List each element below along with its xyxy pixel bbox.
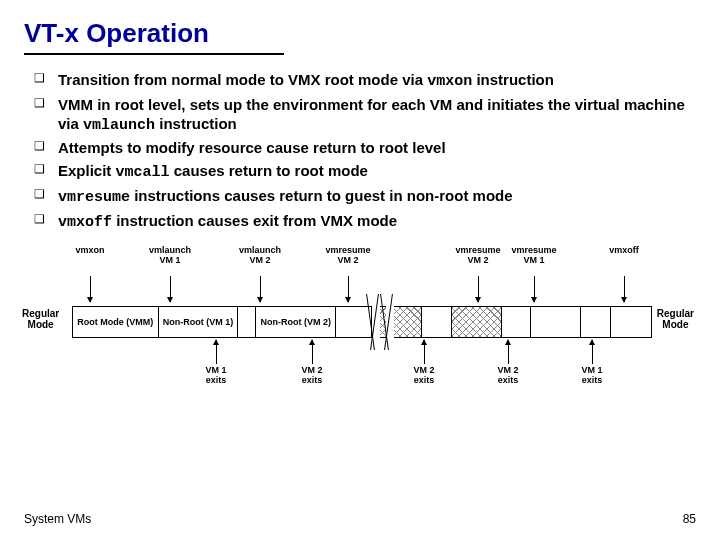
arrow-down-icon	[260, 276, 261, 302]
mode-segment	[336, 307, 372, 337]
arrow-up-icon	[592, 340, 593, 364]
arrow-down-icon	[348, 276, 349, 302]
left-mode-label: RegularMode	[22, 308, 59, 330]
bullet-item: vmresume instructions causes return to g…	[34, 187, 696, 208]
mode-segment	[581, 307, 611, 337]
arrow-up-icon	[424, 340, 425, 364]
transition-label: vmxoff	[600, 246, 648, 256]
transition-label: vmresumeVM 1	[510, 246, 558, 266]
bullet-list: Transition from normal mode to VMX root …	[34, 71, 696, 232]
exit-label: VM 2exits	[404, 366, 444, 386]
slide-title: VT-x Operation	[24, 18, 696, 49]
bullet-item: Explicit vmcall causes return to root mo…	[34, 162, 696, 183]
bullet-item: Attempts to modify resource cause return…	[34, 139, 696, 158]
mode-segment	[502, 307, 532, 337]
arrow-down-icon	[624, 276, 625, 302]
bullet-item: vmxoff instruction causes exit from VMX …	[34, 212, 696, 233]
exit-label: VM 1exits	[572, 366, 612, 386]
arrow-down-icon	[170, 276, 171, 302]
exit-label: VM 1exits	[196, 366, 236, 386]
title-underline	[24, 53, 284, 55]
arrow-down-icon	[478, 276, 479, 302]
arrow-down-icon	[534, 276, 535, 302]
arrow-down-icon	[90, 276, 91, 302]
bullet-item: Transition from normal mode to VMX root …	[34, 71, 696, 92]
exit-label: VM 2exits	[488, 366, 528, 386]
mode-segment	[611, 307, 651, 337]
transition-label: vmlaunchVM 1	[146, 246, 194, 266]
mode-segment: Non-Root (VM 2)	[256, 307, 336, 337]
transition-label: vmxon	[66, 246, 114, 256]
time-break-icon	[386, 294, 406, 350]
mode-segment	[422, 307, 452, 337]
footer-left: System VMs	[24, 512, 91, 526]
footer-right: 85	[683, 512, 696, 526]
transition-label: vmresumeVM 2	[324, 246, 372, 266]
transition-label: vmlaunchVM 2	[236, 246, 284, 266]
mode-segment	[238, 307, 256, 337]
right-mode-label: RegularMode	[657, 308, 694, 330]
bullet-item: VMM in root level, sets up the environme…	[34, 96, 696, 136]
arrow-up-icon	[216, 340, 217, 364]
exit-label: VM 2exits	[292, 366, 332, 386]
mode-segment	[531, 307, 581, 337]
mode-segment: Non-Root (VM 1)	[159, 307, 239, 337]
arrow-up-icon	[312, 340, 313, 364]
mode-segment	[452, 307, 502, 337]
transition-label: vmresumeVM 2	[454, 246, 502, 266]
top-labels: vmxonvmlaunchVM 1vmlaunchVM 2vmresumeVM …	[24, 246, 696, 278]
vtx-timeline-diagram: vmxonvmlaunchVM 1vmlaunchVM 2vmresumeVM …	[24, 246, 696, 426]
arrow-up-icon	[508, 340, 509, 364]
slide-footer: System VMs 85	[24, 512, 696, 526]
mode-segment: Root Mode (VMM)	[73, 307, 159, 337]
mode-bar: Root Mode (VMM)Non-Root (VM 1)Non-Root (…	[72, 306, 652, 338]
